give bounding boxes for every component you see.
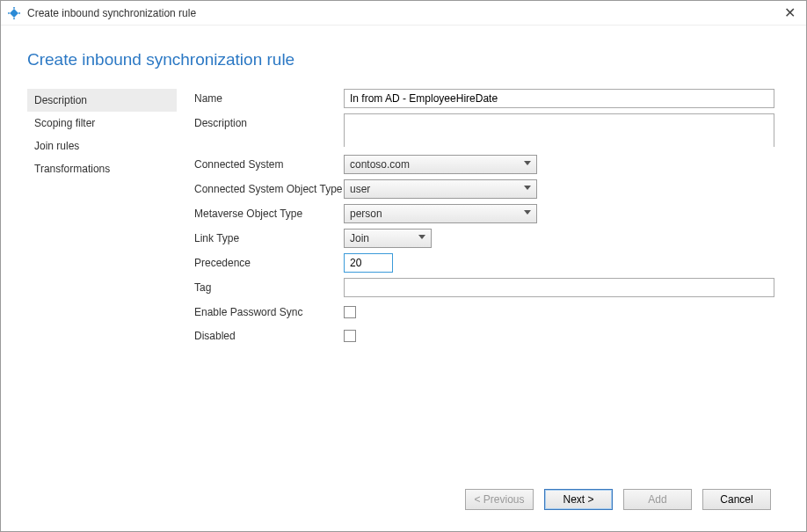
name-input[interactable]	[344, 89, 774, 108]
svg-rect-0	[13, 7, 15, 9]
next-button[interactable]: Next >	[544, 489, 613, 510]
mv-object-type-label: Metaverse Object Type	[194, 204, 344, 220]
dialog-body: Create inbound synchronization rule Desc…	[1, 26, 806, 531]
window-title: Create inbound synchronization rule	[27, 7, 196, 19]
form: Name Description Connected System contos…	[194, 89, 780, 485]
link-type-label: Link Type	[194, 229, 344, 244]
disabled-label: Disabled	[194, 326, 344, 342]
page-title: Create inbound synchronization rule	[27, 50, 780, 69]
svg-rect-2	[8, 11, 10, 13]
step-description[interactable]: Description	[27, 89, 177, 112]
step-label: Transformations	[34, 163, 110, 175]
chevron-down-icon	[524, 161, 531, 165]
svg-rect-3	[18, 11, 20, 13]
description-input[interactable]	[344, 113, 774, 147]
name-label: Name	[194, 89, 344, 105]
precedence-label: Precedence	[194, 253, 344, 269]
svg-rect-4	[10, 9, 18, 18]
precedence-input[interactable]	[344, 253, 393, 273]
chevron-down-icon	[524, 210, 531, 215]
step-transformations[interactable]: Transformations	[27, 157, 177, 180]
cs-object-type-select[interactable]: user	[344, 179, 537, 199]
cs-object-type-label: Connected System Object Type	[194, 179, 344, 195]
select-value: contoso.com	[350, 158, 410, 171]
enable-password-sync-checkbox[interactable]	[344, 306, 356, 318]
step-label: Join rules	[34, 140, 79, 152]
add-button[interactable]: Add	[623, 489, 692, 510]
close-icon[interactable]: ✕	[781, 4, 799, 21]
footer-buttons: < Previous Next > Add Cancel	[27, 485, 780, 522]
chevron-down-icon	[524, 186, 531, 190]
connected-system-select[interactable]: contoso.com	[344, 155, 537, 174]
mv-object-type-select[interactable]: person	[344, 204, 537, 223]
cancel-button[interactable]: Cancel	[702, 489, 771, 510]
disabled-checkbox[interactable]	[344, 330, 356, 342]
app-icon	[8, 7, 20, 19]
connected-system-label: Connected System	[194, 155, 344, 171]
step-label: Description	[34, 94, 87, 106]
tag-label: Tag	[194, 278, 344, 294]
link-type-select[interactable]: Join	[344, 229, 432, 248]
step-scoping-filter[interactable]: Scoping filter	[27, 112, 177, 135]
svg-rect-1	[13, 17, 15, 18]
tag-input[interactable]	[344, 278, 774, 297]
step-join-rules[interactable]: Join rules	[27, 135, 177, 157]
titlebar: Create inbound synchronization rule ✕	[1, 1, 806, 26]
select-value: person	[350, 208, 382, 220]
dialog-window: Create inbound synchronization rule ✕ Cr…	[0, 0, 807, 532]
select-value: Join	[350, 232, 369, 244]
step-label: Scoping filter	[34, 117, 95, 129]
previous-button[interactable]: < Previous	[465, 489, 534, 510]
enable-password-sync-label: Enable Password Sync	[194, 302, 344, 318]
wizard-steps: Description Scoping filter Join rules Tr…	[27, 89, 177, 485]
description-label: Description	[194, 113, 344, 129]
select-value: user	[350, 183, 370, 195]
chevron-down-icon	[418, 235, 425, 239]
